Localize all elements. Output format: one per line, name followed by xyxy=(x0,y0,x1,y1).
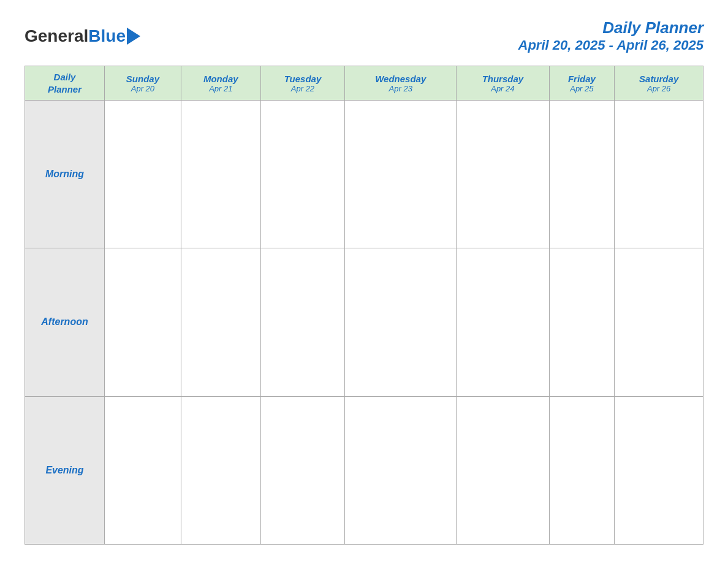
logo: General Blue xyxy=(25,26,140,46)
time-label-evening: Evening xyxy=(25,396,105,544)
logo-blue-text: Blue xyxy=(88,26,126,46)
cell-evening-saturday[interactable] xyxy=(615,396,703,544)
day-date-thursday: Apr 24 xyxy=(459,84,546,93)
day-date-wednesday: Apr 23 xyxy=(347,84,453,93)
cell-morning-sunday[interactable] xyxy=(105,101,181,248)
day-date-monday: Apr 21 xyxy=(184,84,258,93)
cell-morning-friday[interactable] xyxy=(549,101,615,248)
day-name-sunday: Sunday xyxy=(107,74,178,84)
table-header-row: DailyPlanner Sunday Apr 20 Monday Apr 21… xyxy=(25,66,703,101)
cell-morning-wednesday[interactable] xyxy=(345,101,457,248)
day-name-tuesday: Tuesday xyxy=(264,74,343,84)
planner-title: Daily Planner xyxy=(518,18,703,37)
cell-afternoon-sunday[interactable] xyxy=(105,248,181,396)
table-row-morning: Morning xyxy=(25,101,703,248)
title-block: Daily Planner April 20, 2025 - April 26,… xyxy=(518,18,703,53)
day-name-wednesday: Wednesday xyxy=(347,74,453,84)
col-header-wednesday: Wednesday Apr 23 xyxy=(345,66,457,101)
day-name-monday: Monday xyxy=(184,74,258,84)
planner-date-range: April 20, 2025 - April 26, 2025 xyxy=(518,37,703,53)
day-date-sunday: Apr 20 xyxy=(107,84,178,93)
cell-evening-tuesday[interactable] xyxy=(260,396,345,544)
day-name-friday: Friday xyxy=(552,74,612,84)
logo-triangle-icon xyxy=(127,28,140,45)
table-header-label: DailyPlanner xyxy=(25,66,105,101)
cell-evening-wednesday[interactable] xyxy=(345,396,457,544)
day-date-tuesday: Apr 22 xyxy=(264,84,343,93)
cell-evening-friday[interactable] xyxy=(549,396,615,544)
cell-afternoon-wednesday[interactable] xyxy=(345,248,457,396)
day-name-saturday: Saturday xyxy=(617,74,700,84)
day-date-friday: Apr 25 xyxy=(552,84,612,93)
table-row-evening: Evening xyxy=(25,396,703,544)
cell-afternoon-thursday[interactable] xyxy=(457,248,549,396)
col-header-thursday: Thursday Apr 24 xyxy=(457,66,549,101)
day-date-saturday: Apr 26 xyxy=(617,84,700,93)
time-label-morning: Morning xyxy=(25,101,105,248)
col-header-friday: Friday Apr 25 xyxy=(549,66,615,101)
planner-table: DailyPlanner Sunday Apr 20 Monday Apr 21… xyxy=(25,66,703,545)
logo-general-text: General xyxy=(25,26,88,46)
cell-morning-monday[interactable] xyxy=(181,101,260,248)
page: General Blue Daily Planner April 20, 202… xyxy=(0,0,728,563)
col-header-sunday: Sunday Apr 20 xyxy=(105,66,181,101)
cell-morning-saturday[interactable] xyxy=(615,101,703,248)
cell-morning-tuesday[interactable] xyxy=(260,101,345,248)
col-header-monday: Monday Apr 21 xyxy=(181,66,260,101)
cell-evening-sunday[interactable] xyxy=(105,396,181,544)
header: General Blue Daily Planner April 20, 202… xyxy=(25,18,703,53)
cell-evening-monday[interactable] xyxy=(181,396,260,544)
table-row-afternoon: Afternoon xyxy=(25,248,703,396)
col-header-saturday: Saturday Apr 26 xyxy=(615,66,703,101)
day-name-thursday: Thursday xyxy=(459,74,546,84)
time-label-afternoon: Afternoon xyxy=(25,248,105,396)
cell-afternoon-tuesday[interactable] xyxy=(260,248,345,396)
cell-afternoon-friday[interactable] xyxy=(549,248,615,396)
cell-evening-thursday[interactable] xyxy=(457,396,549,544)
cell-afternoon-monday[interactable] xyxy=(181,248,260,396)
cell-afternoon-saturday[interactable] xyxy=(615,248,703,396)
cell-morning-thursday[interactable] xyxy=(457,101,549,248)
col-header-tuesday: Tuesday Apr 22 xyxy=(260,66,345,101)
